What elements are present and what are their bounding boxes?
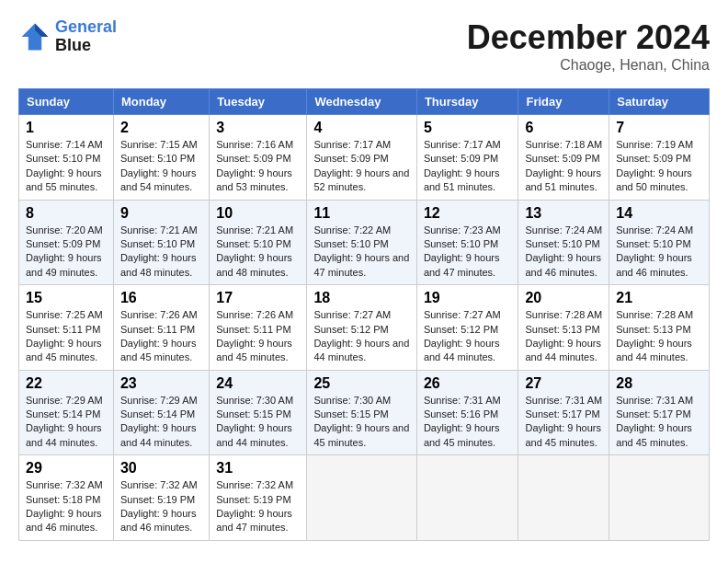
calendar-week-row: 1 Sunrise: 7:14 AM Sunset: 5:10 PM Dayli… [19,115,710,201]
sunset-label: Sunset: 5:10 PM [216,238,290,249]
day-number: 29 [26,460,107,477]
daylight-label: Daylight: 9 hours and 45 minutes. [216,338,292,362]
day-number: 8 [26,205,107,222]
calendar-week-row: 15 Sunrise: 7:25 AM Sunset: 5:11 PM Dayl… [19,285,710,371]
day-info: Sunrise: 7:28 AM Sunset: 5:13 PM Dayligh… [616,308,702,365]
day-number: 4 [313,120,409,136]
day-number: 2 [120,120,202,136]
daylight-label: Daylight: 9 hours and 48 minutes. [120,252,197,277]
sunrise-label: Sunrise: 7:15 AM [120,139,198,150]
day-number: 11 [313,205,409,222]
day-info: Sunrise: 7:28 AM Sunset: 5:13 PM Dayligh… [525,308,602,365]
calendar-cell: 6 Sunrise: 7:18 AM Sunset: 5:09 PM Dayli… [518,115,609,201]
sunrise-label: Sunrise: 7:31 AM [616,395,693,406]
sunrise-label: Sunrise: 7:18 AM [525,139,602,150]
calendar-body: 1 Sunrise: 7:14 AM Sunset: 5:10 PM Dayli… [19,115,710,541]
page-header: GeneralBlue December 2024 Chaoge, Henan,… [18,18,710,74]
calendar-cell: 1 Sunrise: 7:14 AM Sunset: 5:10 PM Dayli… [19,115,114,201]
column-header-monday: Monday [113,89,209,115]
logo-icon [18,20,51,53]
calendar-cell: 7 Sunrise: 7:19 AM Sunset: 5:09 PM Dayli… [609,115,710,201]
sunset-label: Sunset: 5:11 PM [120,324,195,335]
day-info: Sunrise: 7:18 AM Sunset: 5:09 PM Dayligh… [525,138,602,195]
day-info: Sunrise: 7:30 AM Sunset: 5:15 PM Dayligh… [313,394,409,451]
column-header-thursday: Thursday [416,89,518,115]
sunrise-label: Sunrise: 7:24 AM [525,224,602,236]
daylight-label: Daylight: 9 hours and 45 minutes. [424,422,500,447]
calendar-week-row: 29 Sunrise: 7:32 AM Sunset: 5:18 PM Dayl… [19,455,710,541]
sunset-label: Sunset: 5:13 PM [616,324,690,335]
title-block: December 2024 Chaoge, Henan, China [467,18,710,74]
calendar-cell: 3 Sunrise: 7:16 AM Sunset: 5:09 PM Dayli… [210,115,307,201]
day-number: 24 [216,375,300,392]
calendar-cell: 8 Sunrise: 7:20 AM Sunset: 5:09 PM Dayli… [19,200,114,285]
day-info: Sunrise: 7:26 AM Sunset: 5:11 PM Dayligh… [216,308,300,365]
calendar-cell: 28 Sunrise: 7:31 AM Sunset: 5:17 PM Dayl… [609,370,710,455]
calendar-cell: 17 Sunrise: 7:26 AM Sunset: 5:11 PM Dayl… [210,285,307,371]
calendar-cell: 21 Sunrise: 7:28 AM Sunset: 5:13 PM Dayl… [609,285,710,371]
day-number: 7 [616,120,702,136]
daylight-label: Daylight: 9 hours and 44 minutes. [216,422,292,447]
column-header-wednesday: Wednesday [307,89,416,115]
sunrise-label: Sunrise: 7:17 AM [424,139,501,150]
sunrise-label: Sunrise: 7:30 AM [313,395,391,406]
column-header-sunday: Sunday [19,89,114,115]
sunrise-label: Sunrise: 7:14 AM [26,139,103,150]
day-number: 31 [216,460,300,477]
calendar-cell: 10 Sunrise: 7:21 AM Sunset: 5:10 PM Dayl… [210,200,307,285]
sunset-label: Sunset: 5:17 PM [525,408,599,419]
sunset-label: Sunset: 5:09 PM [26,238,100,249]
day-info: Sunrise: 7:19 AM Sunset: 5:09 PM Dayligh… [616,138,702,195]
sunrise-label: Sunrise: 7:21 AM [120,224,198,236]
calendar-cell: 23 Sunrise: 7:29 AM Sunset: 5:14 PM Dayl… [113,370,209,455]
day-info: Sunrise: 7:29 AM Sunset: 5:14 PM Dayligh… [26,394,107,451]
sunrise-label: Sunrise: 7:19 AM [616,139,693,150]
sunset-label: Sunset: 5:18 PM [26,494,100,505]
sunrise-label: Sunrise: 7:32 AM [216,479,293,490]
sunrise-label: Sunrise: 7:26 AM [120,309,198,320]
sunset-label: Sunset: 5:16 PM [424,408,498,419]
calendar-cell: 18 Sunrise: 7:27 AM Sunset: 5:12 PM Dayl… [307,285,416,371]
calendar-cell [609,455,710,541]
sunset-label: Sunset: 5:12 PM [313,324,388,335]
sunrise-label: Sunrise: 7:21 AM [216,224,293,236]
day-number: 17 [216,290,300,306]
sunset-label: Sunset: 5:19 PM [216,494,290,505]
daylight-label: Daylight: 9 hours and 45 minutes. [120,338,197,362]
calendar-cell: 19 Sunrise: 7:27 AM Sunset: 5:12 PM Dayl… [416,285,518,371]
sunset-label: Sunset: 5:10 PM [525,238,599,249]
day-info: Sunrise: 7:32 AM Sunset: 5:19 PM Dayligh… [120,478,202,535]
sunset-label: Sunset: 5:09 PM [313,153,388,164]
calendar-cell [416,455,518,541]
daylight-label: Daylight: 9 hours and 53 minutes. [216,167,292,192]
logo: GeneralBlue [18,18,117,55]
sunset-label: Sunset: 5:09 PM [424,153,498,164]
day-number: 13 [525,205,602,222]
column-header-friday: Friday [518,89,609,115]
subtitle: Chaoge, Henan, China [467,57,710,74]
day-info: Sunrise: 7:15 AM Sunset: 5:10 PM Dayligh… [120,138,202,195]
day-info: Sunrise: 7:17 AM Sunset: 5:09 PM Dayligh… [313,138,409,195]
day-number: 3 [216,120,300,136]
day-info: Sunrise: 7:23 AM Sunset: 5:10 PM Dayligh… [424,224,512,281]
sunrise-label: Sunrise: 7:26 AM [216,309,293,320]
sunset-label: Sunset: 5:10 PM [120,238,195,249]
sunset-label: Sunset: 5:17 PM [616,408,690,419]
calendar-cell: 29 Sunrise: 7:32 AM Sunset: 5:18 PM Dayl… [19,455,114,541]
sunrise-label: Sunrise: 7:30 AM [216,395,293,406]
calendar-cell: 11 Sunrise: 7:22 AM Sunset: 5:10 PM Dayl… [307,200,416,285]
day-number: 12 [424,205,512,222]
main-title: December 2024 [467,18,710,57]
sunset-label: Sunset: 5:09 PM [525,153,599,164]
daylight-label: Daylight: 9 hours and 45 minutes. [313,422,409,447]
daylight-label: Daylight: 9 hours and 50 minutes. [616,167,692,192]
daylight-label: Daylight: 9 hours and 44 minutes. [525,338,601,362]
daylight-label: Daylight: 9 hours and 44 minutes. [313,338,409,362]
day-info: Sunrise: 7:17 AM Sunset: 5:09 PM Dayligh… [424,138,512,195]
calendar-cell [518,455,609,541]
daylight-label: Daylight: 9 hours and 48 minutes. [216,252,292,277]
calendar-cell: 16 Sunrise: 7:26 AM Sunset: 5:11 PM Dayl… [113,285,209,371]
sunset-label: Sunset: 5:10 PM [120,153,195,164]
daylight-label: Daylight: 9 hours and 46 minutes. [616,252,692,277]
sunrise-label: Sunrise: 7:27 AM [424,309,501,320]
